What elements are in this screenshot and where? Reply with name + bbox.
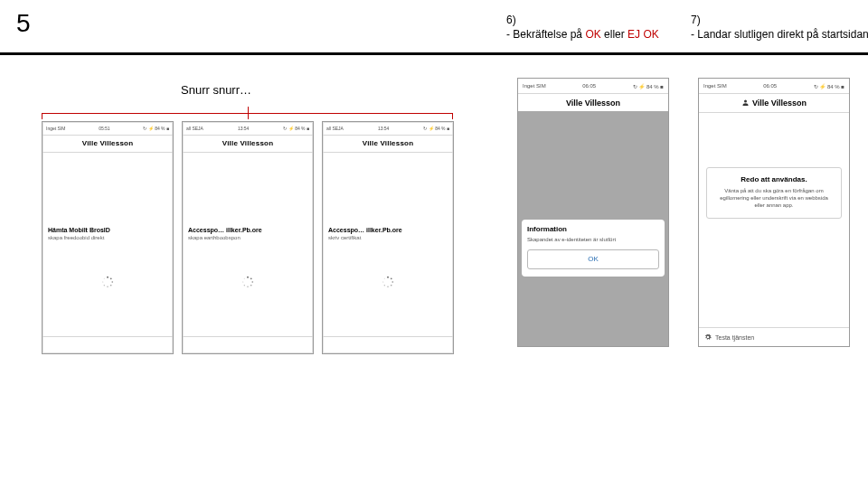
carrier: Inget SIM: [703, 83, 727, 89]
loading-title: Accesspo… illker.Pb.ore: [328, 227, 448, 233]
status-bar: Inget SIM 06:05 ↻ ⚡ 84 % ■: [518, 79, 668, 94]
svg-point-22: [382, 281, 383, 282]
svg-point-10: [251, 281, 253, 283]
svg-point-0: [107, 277, 108, 278]
spinner-icon: [382, 276, 394, 288]
carrier: Inget SIM: [523, 83, 546, 89]
footer-label: Testa tjänsten: [715, 334, 754, 341]
snurr-label: Snurr snurr…: [181, 83, 251, 97]
status-bar: all SEJA 13:54 ↻ ⚡ 84 % ■: [323, 122, 453, 136]
svg-point-17: [391, 277, 392, 279]
svg-point-13: [244, 285, 245, 286]
bracket: [42, 107, 453, 119]
step6-num: 6): [506, 14, 516, 26]
user-icon: [741, 95, 750, 113]
svg-point-14: [242, 281, 243, 282]
step6-heading: 6) - Bekräftelse på OK eller EJ OK: [506, 13, 687, 42]
svg-point-21: [384, 285, 385, 286]
svg-point-9: [250, 277, 252, 279]
phone-title: Ville Villesson: [699, 94, 849, 113]
phone-step7: Inget SIM 06:05 ↻ ⚡ 84 % ■ Ville Villess…: [698, 78, 850, 347]
phone-loading-3: all SEJA 13:54 ↻ ⚡ 84 % ■ Ville Villesso…: [322, 121, 454, 354]
status-bar: Inget SIM 06:05 ↻ ⚡ 84 % ■: [699, 79, 849, 94]
battery: ↻ ⚡ 84 % ■: [283, 126, 309, 131]
loading-sub: skriv certifikat: [328, 235, 448, 240]
svg-point-19: [391, 285, 392, 286]
battery: ↻ ⚡ 84 % ■: [143, 126, 169, 131]
svg-point-23: [384, 278, 385, 279]
svg-point-24: [744, 99, 747, 102]
clock: 06:05: [582, 83, 596, 89]
loading-block: Accesspo… illker.Pb.ore skapa earthboobs…: [188, 227, 307, 240]
phone-loading-2: all SEJA 13:54 ↻ ⚡ 84 % ■ Ville Villesso…: [182, 121, 314, 354]
step7-text: - Landar slutligen direkt på startsidan: [691, 28, 868, 41]
step7-heading: 7) - Landar slutligen direkt på startsid…: [691, 13, 868, 42]
phone-step6: Inget SIM 06:05 ↻ ⚡ 84 % ■ Ville Villess…: [517, 78, 669, 347]
clock: 06:05: [763, 83, 777, 89]
loading-title: Accesspo… illker.Pb.ore: [188, 227, 307, 233]
step6-text-before: - Bekräftelse på: [506, 28, 585, 41]
clock: 13:54: [378, 126, 390, 131]
battery: ↻ ⚡ 84 % ■: [814, 83, 844, 89]
spinner-icon: [101, 276, 114, 288]
step6-ok: OK: [585, 28, 600, 41]
battery: ↻ ⚡ 84 % ■: [423, 126, 449, 131]
phone-title-text: Ville Villesson: [752, 99, 807, 108]
divider: [0, 52, 868, 55]
status-bar: Inget SIM 05:51 ↻ ⚡ 84 % ■: [42, 122, 173, 136]
carrier: all SEJA: [186, 126, 203, 131]
slide-number: 5: [16, 9, 31, 38]
step6-mid: eller: [601, 28, 627, 41]
modal-title: Information: [527, 225, 659, 233]
phone-title: Ville Villesson: [323, 136, 453, 153]
carrier: all SEJA: [326, 126, 344, 131]
phone-title: Ville Villesson: [42, 136, 173, 153]
svg-point-12: [247, 286, 248, 287]
status-bar: all SEJA 13:54 ↻ ⚡ 84 % ■: [183, 122, 313, 136]
svg-point-20: [387, 286, 388, 287]
phone-loading-1: Inget SIM 05:51 ↻ ⚡ 84 % ■ Ville Villess…: [42, 121, 174, 354]
info-modal: Information Skapandet av e-identiteten ä…: [522, 220, 665, 277]
svg-point-4: [107, 286, 108, 287]
step6-ejok: EJ OK: [627, 28, 659, 41]
clock: 13:54: [238, 126, 250, 131]
phone-footer[interactable]: Testa tjänsten: [699, 327, 849, 346]
loading-block: Accesspo… illker.Pb.ore skriv certifikat: [328, 227, 448, 240]
slide: 5 6) - Bekräftelse på OK eller EJ OK 7) …: [0, 0, 868, 488]
modal-body: Skapandet av e-identiteten är slutfört: [527, 237, 659, 242]
modal-backdrop: Information Skapandet av e-identiteten ä…: [518, 111, 668, 346]
svg-point-15: [244, 278, 245, 279]
svg-point-11: [250, 285, 252, 286]
svg-point-7: [104, 278, 105, 279]
ok-button[interactable]: OK: [527, 249, 659, 269]
spinner-icon: [241, 276, 254, 288]
svg-point-2: [111, 281, 113, 283]
phone-footer: [183, 336, 313, 353]
loading-sub: skapa freedoobid direkt: [48, 235, 167, 240]
gear-icon: [704, 333, 712, 341]
svg-point-6: [102, 281, 103, 282]
svg-point-1: [110, 277, 112, 279]
ready-card: Redo att användas. Vänta på att du ska g…: [706, 167, 842, 219]
loading-sub: skapa earthboobspon: [188, 235, 307, 240]
ready-body: Vänta på att du ska göra en förfrågan om…: [714, 187, 834, 209]
clock: 05:51: [99, 126, 110, 131]
ready-title: Redo att användas.: [714, 175, 834, 183]
phone-title: Ville Villesson: [518, 94, 668, 113]
step7-num: 7): [691, 14, 701, 26]
svg-point-16: [387, 277, 389, 278]
loading-block: Hämta Mobilt BrosID skapa freedoobid dir…: [48, 227, 167, 240]
svg-point-8: [247, 277, 249, 278]
battery: ↻ ⚡ 84 % ■: [633, 83, 664, 89]
carrier: Inget SIM: [46, 126, 65, 131]
loading-title: Hämta Mobilt BrosID: [48, 227, 167, 233]
phone-footer: [42, 336, 173, 353]
phone-title: Ville Villesson: [183, 136, 313, 153]
phone-footer: [323, 336, 453, 353]
svg-point-18: [392, 281, 393, 283]
svg-point-5: [104, 285, 105, 286]
svg-point-3: [110, 285, 112, 286]
